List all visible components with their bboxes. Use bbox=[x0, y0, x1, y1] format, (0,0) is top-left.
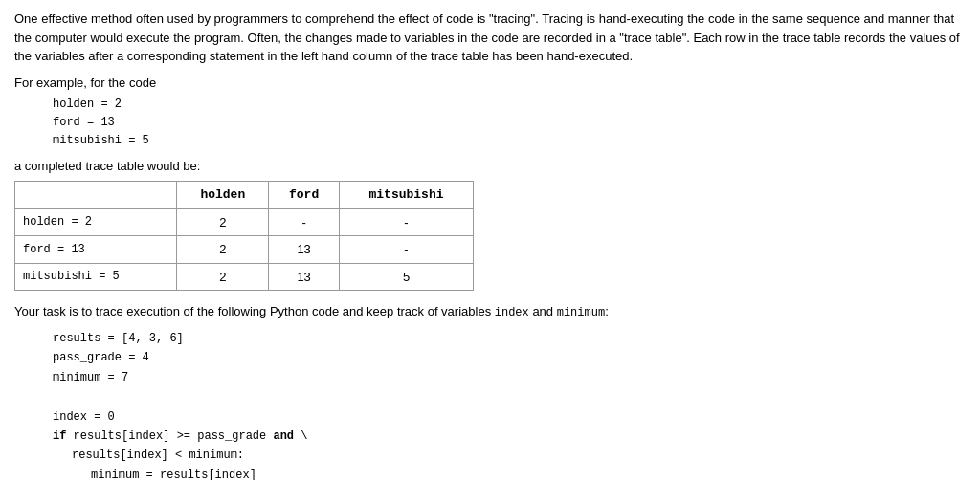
row1-mitsubishi: - bbox=[340, 208, 474, 236]
python-code-block: results = [4, 3, 6] pass_grade = 4 minim… bbox=[53, 329, 966, 480]
row2-code: ford = 13 bbox=[15, 236, 177, 264]
row3-mitsubishi: 5 bbox=[340, 263, 474, 291]
py-line-3: minimum = 7 bbox=[53, 368, 966, 387]
py-line-4: index = 0 bbox=[53, 407, 966, 426]
row3-holden: 2 bbox=[177, 263, 269, 291]
row3-code: mitsubishi = 5 bbox=[15, 263, 177, 291]
trace-table-header-row: holden ford mitsubishi bbox=[15, 182, 474, 209]
py-line-blank1 bbox=[53, 387, 966, 406]
task-text: Your task is to trace execution of the f… bbox=[14, 302, 966, 321]
table-row: ford = 13 2 13 - bbox=[15, 236, 474, 264]
example-code-line-3: mitsubishi = 5 bbox=[53, 132, 966, 150]
intro-paragraph: One effective method often used by progr… bbox=[14, 10, 966, 66]
row2-holden: 2 bbox=[177, 236, 269, 264]
table-row: mitsubishi = 5 2 13 5 bbox=[15, 263, 474, 291]
row2-mitsubishi: - bbox=[340, 236, 474, 264]
col-header-code bbox=[15, 182, 177, 209]
py-line-5: if results[index] >= pass_grade and \ bbox=[53, 426, 966, 446]
completed-label: a completed trace table would be: bbox=[14, 157, 966, 176]
example-code-block: holden = 2 ford = 13 mitsubishi = 5 bbox=[53, 96, 966, 151]
table-row: holden = 2 2 - - bbox=[15, 208, 474, 236]
example-label: For example, for the code bbox=[14, 74, 966, 93]
col-header-holden: holden bbox=[177, 182, 269, 209]
trace-table: holden ford mitsubishi holden = 2 2 - - … bbox=[14, 181, 474, 291]
row1-code: holden = 2 bbox=[15, 208, 177, 236]
row1-holden: 2 bbox=[177, 208, 269, 236]
py-line-7: minimum = results[index] bbox=[91, 466, 966, 480]
example-code-line-1: holden = 2 bbox=[53, 96, 966, 114]
col-header-mitsubishi: mitsubishi bbox=[340, 182, 474, 209]
row1-ford: - bbox=[269, 208, 340, 236]
col-header-ford: ford bbox=[269, 182, 340, 209]
py-line-2: pass_grade = 4 bbox=[53, 348, 966, 367]
example-code-line-2: ford = 13 bbox=[53, 114, 966, 132]
py-line-1: results = [4, 3, 6] bbox=[53, 329, 966, 348]
row3-ford: 13 bbox=[269, 263, 340, 291]
py-line-6: results[index] < minimum: bbox=[72, 446, 966, 465]
row2-ford: 13 bbox=[269, 236, 340, 264]
